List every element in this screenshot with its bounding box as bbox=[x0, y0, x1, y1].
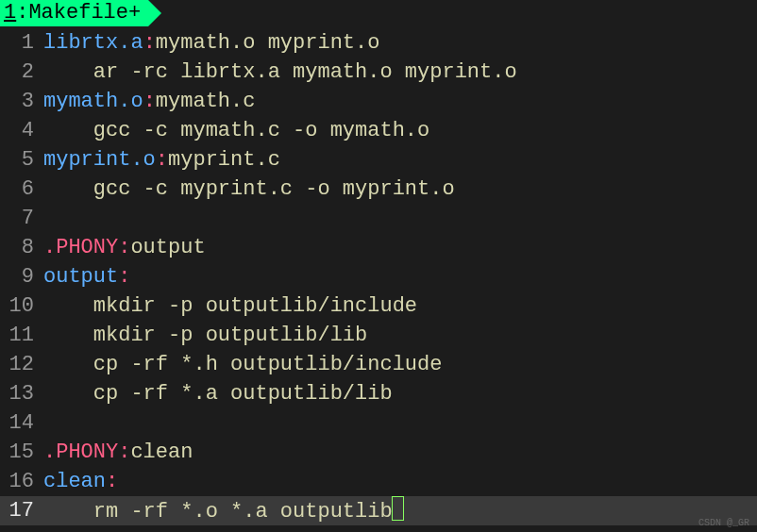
syntax-token: : bbox=[143, 31, 156, 55]
syntax-token: gcc -c myprint.c -o myprint.o bbox=[43, 177, 455, 201]
syntax-token: : bbox=[118, 265, 130, 289]
code-line[interactable]: 2 ar -rc librtx.a mymath.o myprint.o bbox=[0, 58, 757, 87]
line-number: 14 bbox=[0, 408, 43, 438]
line-number: 13 bbox=[0, 379, 43, 408]
syntax-token: mymath.c bbox=[156, 90, 256, 113]
code-content[interactable]: gcc -c myprint.c -o myprint.o bbox=[43, 175, 757, 204]
code-content[interactable]: output: bbox=[43, 262, 757, 291]
code-line[interactable]: 14 bbox=[0, 408, 757, 438]
syntax-token: gcc -c mymath.c -o mymath.o bbox=[43, 119, 429, 142]
tab-filename: Makefile bbox=[28, 0, 128, 26]
code-line[interactable]: 9output: bbox=[0, 262, 757, 291]
code-line[interactable]: 8.PHONY:output bbox=[0, 233, 757, 262]
code-content[interactable]: cp -rf *.a outputlib/lib bbox=[43, 379, 757, 408]
code-content[interactable]: .PHONY:clean bbox=[43, 438, 757, 467]
syntax-token: myprint.c bbox=[168, 148, 280, 172]
code-content[interactable]: librtx.a:mymath.o myprint.o bbox=[43, 28, 757, 58]
syntax-token: rm -rf *.o *.a outputlib bbox=[43, 500, 393, 524]
line-number: 17 bbox=[0, 496, 43, 525]
syntax-token: mkdir -p outputlib/include bbox=[43, 294, 417, 318]
syntax-token: .PHONY bbox=[43, 236, 118, 259]
code-line[interactable]: 16clean: bbox=[0, 467, 757, 496]
code-line[interactable]: 13 cp -rf *.a outputlib/lib bbox=[0, 379, 757, 408]
line-number: 15 bbox=[0, 438, 43, 467]
code-line[interactable]: 10 mkdir -p outputlib/include bbox=[0, 291, 757, 321]
line-number: 11 bbox=[0, 321, 43, 350]
syntax-token: mymath.o myprint.o bbox=[156, 31, 380, 55]
syntax-token: mkdir -p outputlib/lib bbox=[43, 324, 367, 347]
syntax-token: clean bbox=[130, 441, 193, 464]
code-line[interactable]: 17 rm -rf *.o *.a outputlib bbox=[0, 496, 757, 525]
tab-makefile[interactable]: 1: Makefile+ bbox=[0, 0, 148, 26]
editor-area[interactable]: 1librtx.a:mymath.o myprint.o2 ar -rc lib… bbox=[0, 26, 757, 525]
syntax-token: : bbox=[118, 236, 130, 259]
code-line[interactable]: 1librtx.a:mymath.o myprint.o bbox=[0, 28, 757, 58]
code-content[interactable]: cp -rf *.h outputlib/include bbox=[43, 350, 757, 379]
syntax-token: cp -rf *.a outputlib/lib bbox=[43, 382, 393, 406]
syntax-token: clean bbox=[43, 470, 106, 493]
line-number: 4 bbox=[0, 116, 43, 145]
code-content[interactable]: .PHONY:output bbox=[43, 233, 757, 262]
tab-sep: : bbox=[16, 0, 28, 26]
code-line[interactable]: 5myprint.o:myprint.c bbox=[0, 145, 757, 175]
syntax-token: output bbox=[43, 265, 118, 289]
syntax-token: myprint.o bbox=[43, 148, 156, 172]
syntax-token: : bbox=[143, 90, 156, 113]
syntax-token: : bbox=[156, 148, 168, 172]
code-line[interactable]: 3mymath.o:mymath.c bbox=[0, 87, 757, 116]
code-content[interactable]: clean: bbox=[43, 467, 757, 496]
code-line[interactable]: 12 cp -rf *.h outputlib/include bbox=[0, 350, 757, 379]
code-content[interactable]: myprint.o:myprint.c bbox=[43, 145, 757, 175]
code-line[interactable]: 6 gcc -c myprint.c -o myprint.o bbox=[0, 175, 757, 204]
syntax-token: cp -rf *.h outputlib/include bbox=[43, 353, 442, 376]
code-content[interactable] bbox=[43, 204, 757, 233]
code-content[interactable]: gcc -c mymath.c -o mymath.o bbox=[43, 116, 757, 145]
syntax-token: : bbox=[106, 470, 118, 493]
tab-number: 1 bbox=[4, 0, 16, 26]
line-number: 12 bbox=[0, 350, 43, 379]
code-content[interactable] bbox=[43, 408, 757, 438]
line-number: 1 bbox=[0, 28, 43, 58]
watermark: CSDN @_GR bbox=[698, 518, 749, 528]
code-content[interactable]: mkdir -p outputlib/lib bbox=[43, 321, 757, 350]
syntax-token: mymath.o bbox=[43, 90, 143, 113]
line-number: 16 bbox=[0, 467, 43, 496]
line-number: 9 bbox=[0, 262, 43, 291]
code-content[interactable]: mkdir -p outputlib/include bbox=[43, 291, 757, 321]
code-content[interactable]: rm -rf *.o *.a outputlib bbox=[43, 496, 757, 525]
line-number: 3 bbox=[0, 87, 43, 116]
code-line[interactable]: 7 bbox=[0, 204, 757, 233]
syntax-token: : bbox=[118, 441, 130, 464]
tab-modified-indicator: + bbox=[128, 0, 141, 26]
syntax-token: .PHONY bbox=[43, 441, 118, 464]
line-number: 5 bbox=[0, 145, 43, 175]
code-line[interactable]: 4 gcc -c mymath.c -o mymath.o bbox=[0, 116, 757, 145]
cursor bbox=[392, 496, 404, 521]
code-line[interactable]: 11 mkdir -p outputlib/lib bbox=[0, 321, 757, 350]
code-content[interactable]: ar -rc librtx.a mymath.o myprint.o bbox=[43, 58, 757, 87]
line-number: 7 bbox=[0, 204, 43, 233]
syntax-token: ar -rc librtx.a mymath.o myprint.o bbox=[43, 60, 517, 84]
syntax-token: librtx.a bbox=[43, 31, 143, 55]
code-line[interactable]: 15.PHONY:clean bbox=[0, 438, 757, 467]
syntax-token: output bbox=[130, 236, 205, 259]
code-content[interactable]: mymath.o:mymath.c bbox=[43, 87, 757, 116]
tab-bar: 1: Makefile+ bbox=[0, 0, 757, 26]
line-number: 2 bbox=[0, 58, 43, 87]
line-number: 10 bbox=[0, 291, 43, 321]
line-number: 8 bbox=[0, 233, 43, 262]
line-number: 6 bbox=[0, 175, 43, 204]
